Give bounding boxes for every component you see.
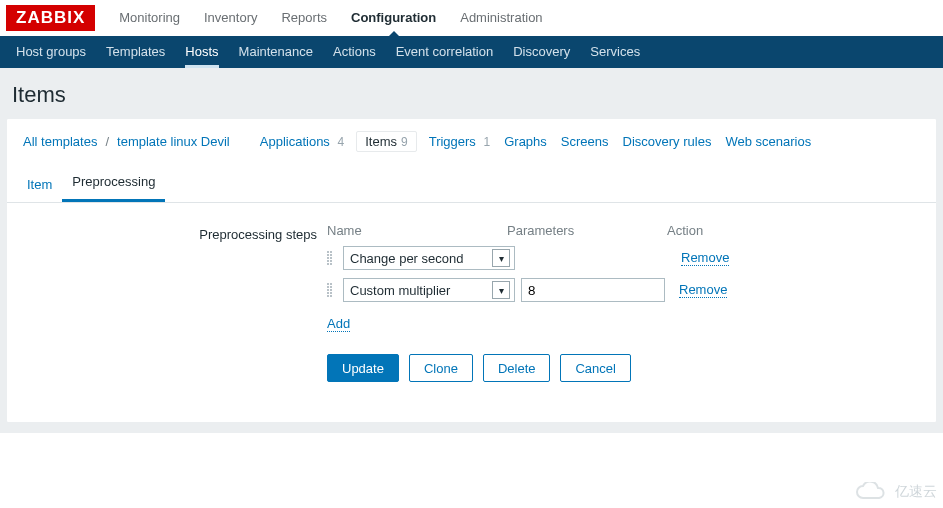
col-params: Parameters xyxy=(507,223,667,238)
subnav-services[interactable]: Services xyxy=(580,36,650,68)
step-row-2: Custom multiplier ▾ Remove xyxy=(327,278,916,302)
subnav-maintenance[interactable]: Maintenance xyxy=(229,36,323,68)
cancel-button[interactable]: Cancel xyxy=(560,354,630,382)
subnav-actions[interactable]: Actions xyxy=(323,36,386,68)
bc-web-scenarios[interactable]: Web scenarios xyxy=(719,134,817,149)
subnav-event-correlation[interactable]: Event correlation xyxy=(386,36,504,68)
form: Preprocessing steps Name Parameters Acti… xyxy=(7,203,936,422)
chevron-down-icon: ▾ xyxy=(492,281,510,299)
logo: ZABBIX xyxy=(6,5,95,31)
step-row-1: Change per second ▾ Remove xyxy=(327,246,916,270)
subnav-templates[interactable]: Templates xyxy=(96,36,175,68)
delete-button[interactable]: Delete xyxy=(483,354,551,382)
bc-discovery[interactable]: Discovery rules xyxy=(617,134,718,149)
bc-all-templates[interactable]: All templates xyxy=(17,134,103,149)
columns-header: Name Parameters Action xyxy=(327,223,916,238)
step2-name-value: Custom multiplier xyxy=(350,283,450,298)
bc-triggers-count: 1 xyxy=(484,135,491,149)
content-area: All templates / template linux Devil App… xyxy=(0,118,943,433)
step1-name-select[interactable]: Change per second ▾ xyxy=(343,246,515,270)
watermark: 亿速云 xyxy=(853,482,937,502)
topnav-configuration[interactable]: Configuration xyxy=(339,0,448,36)
step1-remove-link[interactable]: Remove xyxy=(681,250,729,266)
bc-sep: / xyxy=(105,134,109,149)
bc-triggers-label: Triggers xyxy=(429,134,476,149)
page-title: Items xyxy=(0,68,943,118)
add-step-link[interactable]: Add xyxy=(327,316,350,332)
drag-handle-icon[interactable] xyxy=(327,283,339,297)
topnav-monitoring[interactable]: Monitoring xyxy=(107,0,192,36)
subnav-host-groups[interactable]: Host groups xyxy=(6,36,96,68)
tab-preprocessing[interactable]: Preprocessing xyxy=(62,164,165,202)
col-name: Name xyxy=(327,223,507,238)
drag-handle-icon[interactable] xyxy=(327,251,339,265)
step2-name-select[interactable]: Custom multiplier ▾ xyxy=(343,278,515,302)
panel: All templates / template linux Devil App… xyxy=(6,118,937,423)
topnav-inventory[interactable]: Inventory xyxy=(192,0,269,36)
bc-screens[interactable]: Screens xyxy=(555,134,615,149)
bc-items-label: Items xyxy=(365,134,397,149)
cloud-icon xyxy=(853,482,889,502)
bc-items[interactable]: Items 9 xyxy=(356,131,416,152)
step2-remove-link[interactable]: Remove xyxy=(679,282,727,298)
bc-triggers[interactable]: Triggers 1 xyxy=(423,134,497,149)
subnav-hosts[interactable]: Hosts xyxy=(175,36,228,68)
bc-items-count: 9 xyxy=(401,135,408,149)
bc-applications-count: 4 xyxy=(338,135,345,149)
tabstrip: Item Preprocessing xyxy=(7,164,936,203)
breadcrumb: All templates / template linux Devil App… xyxy=(7,119,936,164)
col-action: Action xyxy=(667,223,767,238)
bc-template-name[interactable]: template linux Devil xyxy=(111,134,236,149)
bc-applications[interactable]: Applications 4 xyxy=(254,134,350,149)
chevron-down-icon: ▾ xyxy=(492,249,510,267)
button-row: Update Clone Delete Cancel xyxy=(327,354,916,382)
tab-item[interactable]: Item xyxy=(17,167,62,202)
step2-param-input[interactable] xyxy=(521,278,665,302)
bc-graphs[interactable]: Graphs xyxy=(498,134,553,149)
sub-navbar: Host groups Templates Hosts Maintenance … xyxy=(0,36,943,68)
topnav-reports[interactable]: Reports xyxy=(269,0,339,36)
subnav-discovery[interactable]: Discovery xyxy=(503,36,580,68)
step1-name-value: Change per second xyxy=(350,251,463,266)
watermark-text: 亿速云 xyxy=(895,483,937,501)
bc-applications-label: Applications xyxy=(260,134,330,149)
topnav-administration[interactable]: Administration xyxy=(448,0,554,36)
update-button[interactable]: Update xyxy=(327,354,399,382)
top-navbar: ZABBIX Monitoring Inventory Reports Conf… xyxy=(0,0,943,36)
clone-button[interactable]: Clone xyxy=(409,354,473,382)
label-preprocessing-steps: Preprocessing steps xyxy=(27,223,327,242)
